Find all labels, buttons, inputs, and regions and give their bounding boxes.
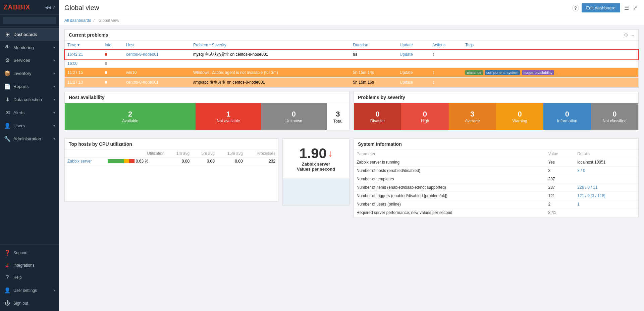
chevron-down-icon: ▾ (53, 124, 55, 128)
avg15-cell: 0.00 (217, 158, 246, 165)
integrations-icon: Z (4, 263, 11, 268)
param-cell: Number of items (enabled/disabled/not su… (354, 183, 545, 192)
update-link[interactable]: Update (400, 52, 413, 57)
actions-icon[interactable]: ↕ (432, 70, 435, 75)
duration-cell (350, 59, 397, 68)
vps-chart (283, 178, 349, 205)
edit-dashboard-button[interactable]: Edit dashboard (582, 3, 620, 12)
time-link[interactable]: 11:27:13 (67, 80, 83, 85)
sidebar-item-services[interactable]: ⚙ Services ▾ (0, 54, 59, 67)
unknown-count: 0 (292, 110, 296, 119)
sidebar-item-administration[interactable]: 🔧 Administration ▾ (0, 132, 59, 145)
time-link[interactable]: 11:27:15 (67, 70, 83, 75)
panel-title: Current problems (69, 32, 108, 38)
col-time[interactable]: Time ▾ (65, 41, 102, 50)
col-duration: Duration (350, 41, 397, 50)
help-icon: ? (4, 274, 11, 280)
info-dot (105, 71, 107, 74)
dashboard-content: Current problems ⚙ ··· Time ▾ Info Host … (59, 25, 644, 311)
help-button[interactable]: ? (572, 5, 579, 11)
bottom-grid: Host availability 2 Available 1 Not avai… (64, 92, 639, 221)
unknown-label: Unknown (285, 119, 302, 123)
col-parameter: Parameter (354, 150, 545, 158)
sidebar-logo: ZABBIX ◀◀ ⤢ (0, 0, 59, 15)
panel-header: System information (354, 139, 638, 150)
update-cell (397, 59, 430, 68)
details-cell: localhost:10051 (575, 158, 638, 167)
available-label: Available (122, 119, 138, 123)
update-link[interactable]: Update (400, 70, 413, 75)
logo-text: ZABBIX (3, 3, 30, 11)
actions-icon[interactable]: ↕ (432, 79, 435, 85)
sign-out-icon: ⏻ (4, 300, 11, 306)
breadcrumb: All dashboards / Global view (59, 16, 644, 25)
settings-icon[interactable]: ⚙ (624, 32, 628, 38)
sidebar-item-reports[interactable]: 📄 Reports ▾ (0, 80, 59, 93)
processes-cell: 232 (246, 158, 278, 165)
sidebar-item-alerts[interactable]: ✉ Alerts ▾ (0, 106, 59, 119)
cpu-utilization-panel: Top hosts by CPU utilization Utilization… (64, 138, 278, 202)
tags-cell (463, 78, 638, 87)
administration-icon: 🔧 (4, 136, 11, 142)
search-input[interactable] (3, 17, 56, 24)
sidebar-item-label: Help (13, 275, 55, 280)
page-header: Global view ? Edit dashboard ☰ ⤢ (59, 0, 644, 16)
sidebar-item-label: Users (13, 123, 51, 128)
sidebar-item-support[interactable]: ❓ Support (0, 246, 59, 259)
sidebar-item-label: Monitoring (13, 45, 51, 50)
table-row: Number of users (online) 2 1 (354, 200, 638, 209)
breadcrumb-all-dashboards[interactable]: All dashboards (64, 18, 91, 23)
actions-icon[interactable]: ↕ (432, 51, 435, 57)
sidebar-item-users[interactable]: 👤 Users ▾ (0, 119, 59, 132)
sidebar-item-sign-out[interactable]: ⏻ Sign out (0, 297, 59, 310)
details-cell (575, 175, 638, 183)
header-icons: ☰ ⤢ (623, 4, 639, 12)
list-icon[interactable]: ☰ (623, 4, 630, 12)
panel-header: Problems by severity (354, 92, 638, 103)
actions-cell (430, 59, 463, 68)
sidebar-item-label: Data collection (13, 97, 51, 102)
sidebar-item-label: Integrations (13, 263, 55, 268)
host-link[interactable]: win10 (126, 70, 137, 75)
sidebar-item-label: Dashboards (13, 32, 55, 37)
severity-warning: 0 Warning (496, 103, 543, 130)
sidebar-item-integrations[interactable]: Z Integrations (0, 259, 59, 271)
chevron-down-icon: ▾ (53, 111, 55, 115)
sev-count: 0 (376, 110, 380, 119)
fullscreen-icon[interactable]: ⤢ (632, 4, 639, 12)
sidebar-item-user-settings[interactable]: 👤 User settings ▾ (0, 284, 59, 297)
host-link[interactable]: Zabbix server (67, 159, 92, 164)
sidebar-item-dashboards[interactable]: ⊞ Dashboards (0, 28, 59, 41)
sev-label: High (421, 119, 429, 123)
table-row: Zabbix server is running Yes localhost:1… (354, 158, 638, 167)
collapse-icon[interactable]: ◀◀ (45, 5, 51, 10)
panel-title: Top hosts by CPU utilization (69, 141, 132, 147)
tags-cell (463, 59, 638, 68)
host-cell (123, 59, 191, 68)
sidebar-item-data-collection[interactable]: ⬇ Data collection ▾ (0, 93, 59, 106)
duration-cell: 5h 15m 14s (350, 68, 397, 78)
expand-icon[interactable]: ⤢ (52, 5, 56, 10)
severity-not-classified: 0 Not classified (591, 103, 638, 130)
sidebar-item-monitoring[interactable]: 👁 Monitoring ▾ (0, 41, 59, 54)
sidebar-item-help[interactable]: ? Help (0, 271, 59, 284)
not-available-bar: 1 Not available (196, 103, 261, 130)
host-link[interactable]: centos-8-node001 (126, 52, 159, 57)
duration-cell: 5h 15m 16s (350, 78, 397, 87)
details-cell: 1 (575, 200, 638, 209)
system-information-panel: System information Parameter Value Detai… (354, 138, 639, 217)
total-label: Total (333, 119, 342, 124)
avg1-cell: 0.00 (167, 158, 192, 165)
time-link[interactable]: 16:00 (67, 61, 77, 66)
host-link[interactable]: centos-8-node001 (126, 80, 159, 85)
chevron-down-icon: ▾ (53, 98, 55, 101)
page-title: Global view (64, 4, 99, 12)
chevron-down-icon: ▾ (53, 46, 55, 49)
time-link[interactable]: 16:42:21 (67, 52, 83, 57)
info-dot (105, 81, 107, 84)
sidebar-item-inventory[interactable]: 📦 Inventory ▾ (0, 67, 59, 80)
update-link[interactable]: Update (400, 80, 413, 85)
more-icon[interactable]: ··· (630, 32, 634, 38)
sidebar-item-label: Administration (13, 136, 51, 141)
reports-icon: 📄 (4, 83, 11, 90)
